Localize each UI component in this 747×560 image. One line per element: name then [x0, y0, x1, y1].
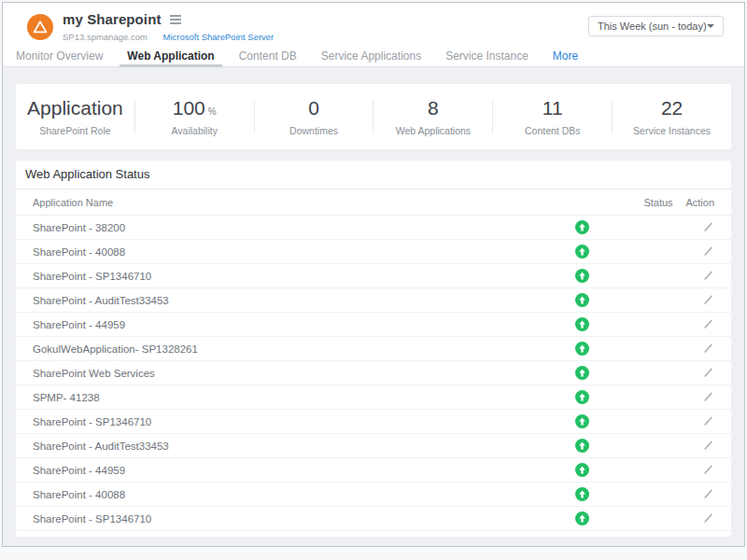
stat-value: 100%	[135, 97, 254, 119]
status-cell	[563, 317, 600, 331]
action-cell[interactable]	[698, 292, 714, 309]
status-up-icon	[575, 293, 589, 307]
table-row: SharePoint - SP1346710	[16, 507, 731, 531]
status-cell	[563, 439, 600, 453]
stat-service-instances: 22Service Instances	[613, 97, 731, 136]
status-cell	[563, 414, 600, 428]
table-body: SharePoint - 38200SharePoint - 40088Shar…	[16, 216, 731, 531]
action-cell[interactable]	[698, 244, 714, 260]
table-row: SharePoint - 40088	[16, 483, 731, 507]
edit-pencil-icon[interactable]	[702, 342, 714, 354]
table-row: SPMP- 41238	[16, 385, 731, 410]
stat-label: Service Instances	[613, 125, 731, 136]
panel-title: Web Application Status	[16, 161, 731, 189]
tab-bar: Monitor OverviewWeb ApplicationContent D…	[3, 46, 744, 67]
stat-label: Downtimes	[255, 125, 374, 136]
col-header-action: Action	[685, 197, 714, 208]
application-name: SharePoint - AuditTest33453	[33, 295, 563, 306]
time-range-value: This Week (sun - today)	[598, 21, 707, 32]
action-cell[interactable]	[698, 511, 714, 527]
menu-icon[interactable]	[170, 15, 181, 24]
server-type-link[interactable]: Microsoft SharePoint Server	[162, 32, 274, 42]
status-up-icon	[575, 439, 589, 453]
table-row: SharePoint - SP1346710	[16, 264, 731, 288]
tab-service-instance[interactable]: Service Instance	[445, 46, 529, 66]
table-header-row: Application Name Status Action	[16, 189, 731, 216]
action-cell[interactable]	[698, 413, 714, 430]
action-cell[interactable]	[698, 486, 714, 503]
action-cell[interactable]	[698, 365, 714, 382]
stat-value: 11	[493, 97, 612, 119]
table-row: SharePoint - 44959	[16, 313, 731, 337]
action-cell[interactable]	[698, 341, 714, 357]
status-up-icon	[575, 220, 589, 234]
edit-pencil-icon[interactable]	[702, 439, 714, 451]
edit-pencil-icon[interactable]	[702, 269, 714, 281]
action-cell[interactable]	[698, 268, 714, 285]
status-cell	[563, 342, 600, 356]
header: my Sharepoint SP13.spmanage.com Microsof…	[3, 3, 744, 46]
status-up-icon	[575, 487, 589, 501]
stat-value: Application	[16, 97, 134, 119]
tab-service-applications[interactable]: Service Applications	[321, 46, 421, 66]
summary-panel: ApplicationSharePoint Role100%Availabili…	[16, 84, 731, 149]
tab-more[interactable]: More	[553, 46, 578, 66]
time-range-select[interactable]: This Week (sun - today)	[588, 16, 724, 36]
stat-value: 8	[374, 97, 492, 119]
stat-label: SharePoint Role	[16, 125, 134, 136]
status-up-icon	[575, 390, 589, 404]
status-cell	[563, 269, 600, 283]
edit-pencil-icon[interactable]	[702, 463, 714, 475]
table-row: SharePoint Web Services	[16, 361, 731, 385]
action-cell[interactable]	[698, 219, 714, 236]
stat-sharepoint-role: ApplicationSharePoint Role	[16, 97, 134, 136]
status-up-icon	[575, 511, 589, 525]
application-name: SharePoint - 44959	[33, 465, 563, 476]
edit-pencil-icon[interactable]	[702, 317, 714, 329]
chevron-down-icon	[707, 24, 714, 28]
action-cell[interactable]	[698, 462, 714, 479]
status-cell	[563, 511, 600, 525]
application-name: SharePoint Web Services	[33, 368, 563, 379]
status-up-icon	[575, 245, 589, 259]
edit-pencil-icon[interactable]	[702, 487, 714, 499]
table-row: SharePoint - AuditTest33453	[16, 434, 731, 458]
table-row: GokulWebApplication- SP1328261	[16, 337, 731, 361]
stat-downtimes: 0Downtimes	[255, 97, 374, 136]
table-row: SharePoint - 44959	[16, 458, 731, 483]
edit-pencil-icon[interactable]	[702, 511, 714, 524]
status-up-icon	[575, 317, 589, 331]
status-cell	[563, 245, 600, 259]
application-name: SPMP- 41238	[33, 392, 563, 403]
table-row: SharePoint - AuditTest33453	[16, 288, 731, 313]
page-body: ApplicationSharePoint Role100%Availabili…	[3, 67, 744, 537]
col-header-status: Status	[643, 197, 685, 208]
tab-monitor-overview[interactable]: Monitor Overview	[16, 46, 103, 66]
edit-pencil-icon[interactable]	[702, 245, 714, 257]
edit-pencil-icon[interactable]	[702, 390, 714, 402]
status-up-icon	[575, 342, 589, 356]
col-header-application-name: Application Name	[33, 197, 551, 208]
stat-label: Availability	[135, 125, 254, 136]
tab-web-application[interactable]: Web Application	[127, 46, 214, 66]
status-up-icon	[575, 414, 589, 428]
table-row: SharePoint - SP1346710	[16, 410, 731, 434]
web-app-status-panel: Web Application Status Application Name …	[16, 161, 731, 537]
stat-web-applications: 8Web Applications	[374, 97, 492, 136]
action-cell[interactable]	[698, 389, 714, 406]
status-up-icon	[575, 366, 589, 380]
stat-content-dbs: 11Content DBs	[493, 97, 612, 136]
edit-pencil-icon[interactable]	[702, 414, 714, 427]
edit-pencil-icon[interactable]	[702, 220, 714, 232]
status-cell	[563, 293, 600, 307]
tab-content-db[interactable]: Content DB	[239, 46, 297, 66]
action-cell[interactable]	[698, 316, 714, 333]
application-name: SharePoint - SP1346710	[33, 416, 563, 427]
edit-pencil-icon[interactable]	[702, 293, 714, 305]
status-cell	[563, 390, 600, 404]
stat-availability: 100%Availability	[135, 97, 254, 136]
edit-pencil-icon[interactable]	[702, 366, 714, 378]
application-name: SharePoint - 44959	[33, 319, 563, 330]
action-cell[interactable]	[698, 438, 714, 455]
status-cell	[563, 463, 600, 477]
